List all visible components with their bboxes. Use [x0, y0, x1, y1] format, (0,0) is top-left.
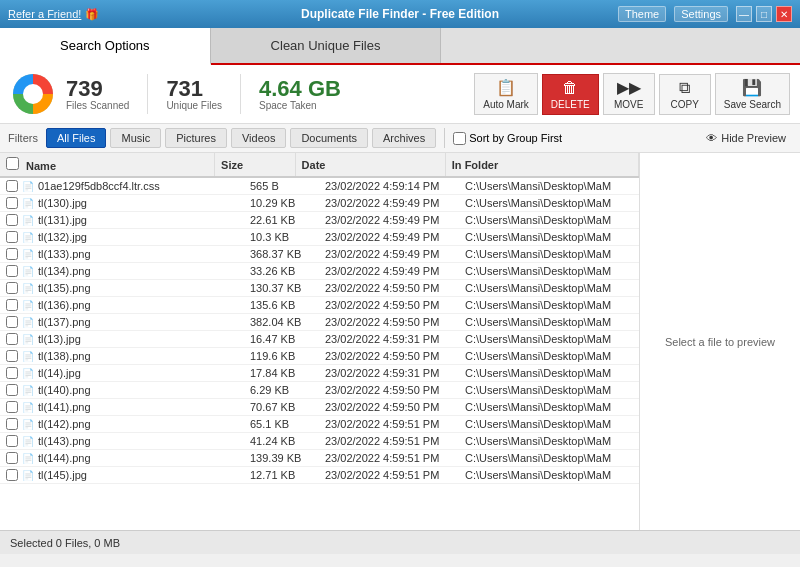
theme-button[interactable]: Theme: [618, 6, 666, 22]
delete-button[interactable]: 🗑 DELETE: [542, 74, 599, 115]
sort-by-group-label: Sort by Group First: [469, 132, 562, 144]
file-date-cell: 23/02/2022 4:59:51 PM: [319, 450, 459, 467]
col-date-header[interactable]: Date: [295, 153, 445, 177]
file-date-cell: 23/02/2022 4:59:31 PM: [319, 365, 459, 382]
file-size-cell: 382.04 KB: [244, 314, 319, 331]
auto-mark-button[interactable]: 📋 Auto Mark: [474, 73, 538, 115]
table-row[interactable]: 📄tl(136).png135.6 KB23/02/2022 4:59:50 P…: [0, 297, 639, 314]
row-checkbox[interactable]: [6, 452, 18, 464]
file-date-cell: 23/02/2022 4:59:50 PM: [319, 280, 459, 297]
file-icon: 📄: [22, 232, 34, 243]
stat-divider-2: [240, 74, 241, 114]
settings-button[interactable]: Settings: [674, 6, 728, 22]
table-row[interactable]: 📄tl(135).png130.37 KB23/02/2022 4:59:50 …: [0, 280, 639, 297]
move-button[interactable]: ▶▶ MOVE: [603, 73, 655, 115]
row-checkbox[interactable]: [6, 418, 18, 430]
close-button[interactable]: ✕: [776, 6, 792, 22]
file-date-cell: 23/02/2022 4:59:50 PM: [319, 297, 459, 314]
filter-documents[interactable]: Documents: [290, 128, 368, 148]
table-row[interactable]: 📄tl(140).png6.29 KB23/02/2022 4:59:50 PM…: [0, 382, 639, 399]
file-name-cell: 📄tl(138).png: [0, 348, 200, 364]
row-checkbox[interactable]: [6, 384, 18, 396]
row-checkbox[interactable]: [6, 231, 18, 243]
table-row[interactable]: 📄tl(131).jpg22.61 KB23/02/2022 4:59:49 P…: [0, 212, 639, 229]
filter-videos[interactable]: Videos: [231, 128, 286, 148]
col-folder-header[interactable]: In Folder: [445, 153, 638, 177]
row-checkbox[interactable]: [6, 265, 18, 277]
auto-mark-icon: 📋: [496, 78, 516, 97]
col-name-header[interactable]: Name: [0, 153, 215, 177]
table-row[interactable]: 📄tl(145).jpg12.71 KB23/02/2022 4:59:51 P…: [0, 467, 639, 484]
table-row[interactable]: 📄tl(134).png33.26 KB23/02/2022 4:59:49 P…: [0, 263, 639, 280]
file-folder-cell: C:\Users\Mansi\Desktop\MaM: [459, 263, 639, 280]
tabs-row: Search Options Clean Unique Files: [0, 28, 800, 65]
row-checkbox[interactable]: [6, 214, 18, 226]
file-folder-cell: C:\Users\Mansi\Desktop\MaM: [459, 433, 639, 450]
row-checkbox[interactable]: [6, 282, 18, 294]
table-row[interactable]: 📄tl(143).png41.24 KB23/02/2022 4:59:51 P…: [0, 433, 639, 450]
table-row[interactable]: 📄tl(132).jpg10.3 KB23/02/2022 4:59:49 PM…: [0, 229, 639, 246]
filter-all-files[interactable]: All Files: [46, 128, 107, 148]
file-date-cell: 23/02/2022 4:59:50 PM: [319, 399, 459, 416]
table-row[interactable]: 📄tl(141).png70.67 KB23/02/2022 4:59:50 P…: [0, 399, 639, 416]
save-search-button[interactable]: 💾 Save Search: [715, 73, 790, 115]
tab-clean-unique-files[interactable]: Clean Unique Files: [211, 28, 442, 63]
hide-preview-button[interactable]: 👁 Hide Preview: [700, 129, 792, 147]
col-size-header[interactable]: Size: [215, 153, 295, 177]
file-folder-cell: C:\Users\Mansi\Desktop\MaM: [459, 178, 639, 195]
file-folder-cell: C:\Users\Mansi\Desktop\MaM: [459, 229, 639, 246]
copy-button[interactable]: ⧉ COPY: [659, 74, 711, 115]
file-name: tl(140).png: [38, 384, 91, 396]
row-checkbox[interactable]: [6, 197, 18, 209]
row-checkbox[interactable]: [6, 299, 18, 311]
minimize-button[interactable]: —: [736, 6, 752, 22]
file-name-cell: 📄tl(133).png: [0, 246, 200, 262]
filter-pictures[interactable]: Pictures: [165, 128, 227, 148]
table-row[interactable]: 📄tl(130).jpg10.29 KB23/02/2022 4:59:49 P…: [0, 195, 639, 212]
row-checkbox[interactable]: [6, 316, 18, 328]
row-checkbox[interactable]: [6, 248, 18, 260]
table-row[interactable]: 📄tl(142).png65.1 KB23/02/2022 4:59:51 PM…: [0, 416, 639, 433]
files-scanned-label: Files Scanned: [66, 100, 129, 111]
table-row[interactable]: 📄tl(13).jpg16.47 KB23/02/2022 4:59:31 PM…: [0, 331, 639, 348]
file-name-cell: 📄tl(140).png: [0, 382, 200, 398]
file-folder-cell: C:\Users\Mansi\Desktop\MaM: [459, 314, 639, 331]
file-size-cell: 10.3 KB: [244, 229, 319, 246]
file-folder-cell: C:\Users\Mansi\Desktop\MaM: [459, 382, 639, 399]
select-all-checkbox[interactable]: [6, 157, 19, 170]
file-name: 01ae129f5db8ccf4.ltr.css: [38, 180, 160, 192]
table-row[interactable]: 📄tl(137).png382.04 KB23/02/2022 4:59:50 …: [0, 314, 639, 331]
table-row[interactable]: 📄01ae129f5db8ccf4.ltr.css565 B23/02/2022…: [0, 178, 639, 195]
table-row[interactable]: 📄tl(133).png368.37 KB23/02/2022 4:59:49 …: [0, 246, 639, 263]
file-list-scroll[interactable]: 📄01ae129f5db8ccf4.ltr.css565 B23/02/2022…: [0, 178, 639, 530]
row-checkbox[interactable]: [6, 333, 18, 345]
sort-by-group-wrap: Sort by Group First: [453, 132, 562, 145]
row-checkbox[interactable]: [6, 367, 18, 379]
file-name: tl(134).png: [38, 265, 91, 277]
row-checkbox[interactable]: [6, 435, 18, 447]
row-checkbox[interactable]: [6, 401, 18, 413]
row-checkbox[interactable]: [6, 350, 18, 362]
file-icon: 📄: [22, 334, 34, 345]
sort-by-group-checkbox[interactable]: [453, 132, 466, 145]
refer-friend-link[interactable]: Refer a Friend!: [8, 8, 81, 20]
tab-search-options[interactable]: Search Options: [0, 28, 211, 65]
row-checkbox[interactable]: [6, 469, 18, 481]
filter-archives[interactable]: Archives: [372, 128, 436, 148]
unique-files-label: Unique Files: [166, 100, 222, 111]
row-checkbox[interactable]: [6, 180, 18, 192]
action-buttons: 📋 Auto Mark 🗑 DELETE ▶▶ MOVE ⧉ COPY 💾 Sa…: [474, 73, 790, 115]
maximize-button[interactable]: □: [756, 6, 772, 22]
file-name: tl(131).jpg: [38, 214, 87, 226]
file-name: tl(141).png: [38, 401, 91, 413]
eye-icon: 👁: [706, 132, 717, 144]
file-size-cell: 139.39 KB: [244, 450, 319, 467]
filter-music[interactable]: Music: [110, 128, 161, 148]
file-name-cell: 📄tl(141).png: [0, 399, 200, 415]
file-table-header: Name Size Date In Folder: [0, 153, 639, 177]
table-row[interactable]: 📄tl(144).png139.39 KB23/02/2022 4:59:51 …: [0, 450, 639, 467]
table-row[interactable]: 📄tl(14).jpg17.84 KB23/02/2022 4:59:31 PM…: [0, 365, 639, 382]
table-row[interactable]: 📄tl(138).png119.6 KB23/02/2022 4:59:50 P…: [0, 348, 639, 365]
file-name-cell: 📄tl(134).png: [0, 263, 200, 279]
file-folder-cell: C:\Users\Mansi\Desktop\MaM: [459, 467, 639, 484]
